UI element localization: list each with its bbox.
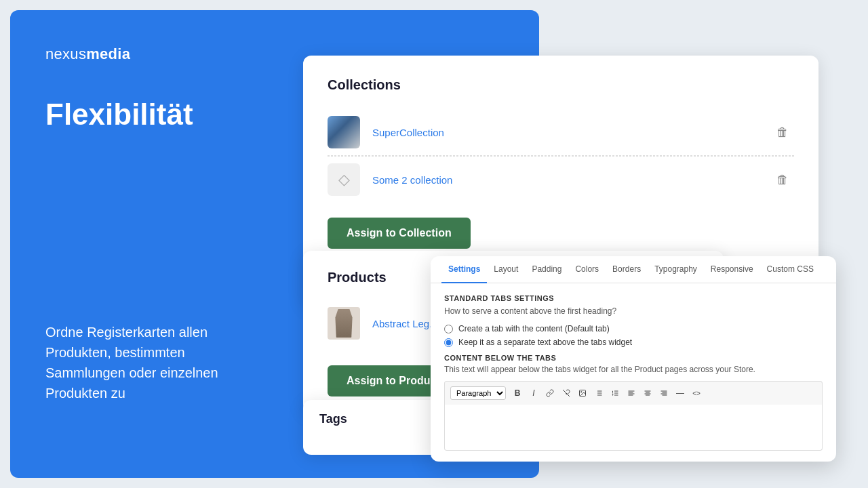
image-button[interactable] (575, 386, 590, 401)
product-silhouette (334, 309, 353, 338)
radio-row-1: Create a tab with the content (Default t… (444, 324, 823, 333)
standard-tabs-desc: How to serve a content above the first h… (444, 306, 823, 316)
radio-row-2: Keep it as a separate text above the tab… (444, 338, 823, 347)
editor-content-area[interactable] (444, 405, 823, 451)
tab-typography[interactable]: Typography (648, 256, 704, 283)
hr-button[interactable]: — (673, 386, 688, 401)
collections-title: Collections (328, 77, 794, 93)
tab-layout[interactable]: Layout (487, 256, 525, 283)
tab-borders[interactable]: Borders (606, 256, 648, 283)
tags-section: Tags (303, 400, 439, 455)
radio-separate-text[interactable] (444, 338, 453, 347)
align-right-button[interactable] (656, 386, 671, 401)
collection-thumb-1 (328, 116, 360, 148)
tab-custom-css[interactable]: Custom CSS (760, 256, 821, 283)
brand-logo: nexusmedia (45, 45, 130, 63)
hero-subtitle: Ordne Registerkarten allenProdukten, bes… (45, 322, 218, 403)
brand-nexus: nexus (45, 45, 86, 62)
tab-settings[interactable]: Settings (441, 256, 487, 283)
link-button[interactable] (542, 386, 557, 401)
content-below-desc: This text will appear below the tabs wid… (444, 365, 823, 374)
collection-item-1: SuperCollection 🗑 (328, 109, 794, 156)
settings-tab-bar: Settings Layout Padding Colors Borders T… (431, 256, 836, 283)
settings-body: STANDARD TABS SETTINGS How to serve a co… (431, 283, 836, 462)
tab-responsive[interactable]: Responsive (704, 256, 760, 283)
ol-button[interactable] (608, 386, 623, 401)
radio-default-tab-label: Create a tab with the content (Default t… (458, 324, 610, 333)
unlink-button[interactable] (559, 386, 574, 401)
tab-colors[interactable]: Colors (568, 256, 606, 283)
radio-separate-text-label: Keep it as a separate text above the tab… (458, 338, 632, 347)
bold-button[interactable]: B (510, 386, 525, 401)
settings-panel: Settings Layout Padding Colors Borders T… (431, 256, 836, 462)
product-name-1[interactable]: Abstract Leg... (372, 318, 438, 329)
product-thumb-1 (328, 307, 360, 340)
editor-toolbar: Paragraph B I (444, 381, 823, 405)
align-left-button[interactable] (624, 386, 639, 401)
collection-item-2: ◇ Some 2 collection 🗑 (328, 157, 794, 203)
delete-collection-2-icon[interactable]: 🗑 (771, 170, 794, 190)
standard-tabs-label: STANDARD TABS SETTINGS (444, 294, 823, 302)
ul-button[interactable] (591, 386, 606, 401)
assign-to-collection-button[interactable]: Assign to Collection (328, 218, 471, 249)
italic-button[interactable]: I (526, 386, 541, 401)
collection-name-1[interactable]: SuperCollection (372, 127, 771, 138)
radio-default-tab[interactable] (444, 325, 453, 333)
brand-media: media (86, 45, 130, 62)
bold-icon: B (515, 388, 521, 398)
delete-collection-1-icon[interactable]: 🗑 (771, 123, 794, 142)
diamond-thumb: ◇ (328, 163, 360, 196)
tab-padding[interactable]: Padding (525, 256, 568, 283)
landscape-thumb (328, 116, 360, 148)
code-button[interactable]: <> (689, 386, 704, 401)
svg-point-2 (581, 392, 583, 393)
content-below-label: CONTENT BELOW THE TABS (444, 354, 823, 362)
align-center-button[interactable] (640, 386, 655, 401)
italic-icon: I (532, 388, 534, 398)
paragraph-select[interactable]: Paragraph (450, 386, 506, 400)
tags-title: Tags (319, 412, 422, 426)
hero-title: Flexibilität (45, 98, 193, 131)
collection-name-2[interactable]: Some 2 collection (372, 174, 771, 186)
collection-thumb-2: ◇ (328, 163, 360, 196)
